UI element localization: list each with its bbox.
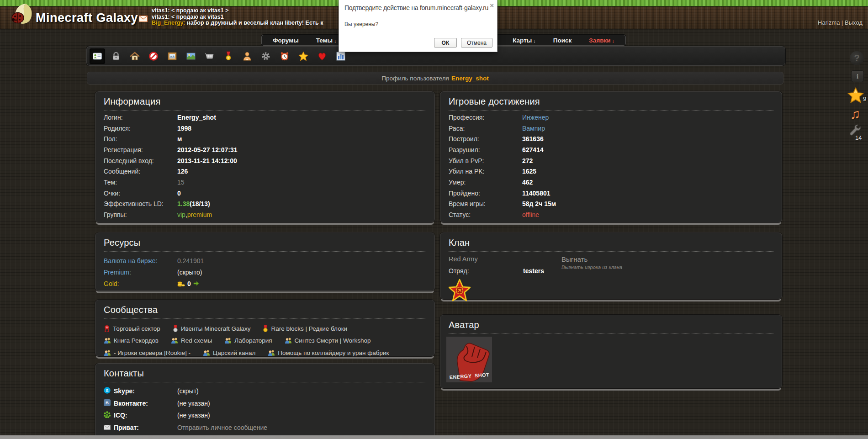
group-premium-link[interactable]: premium <box>187 211 212 218</box>
nav-item-topics[interactable]: Темы↓ <box>316 37 337 44</box>
ticker-author: Big_Energy: <box>152 20 185 26</box>
group-icon <box>268 349 275 356</box>
community-row: Книга Рекордов Red схемы Лаборатория Син… <box>104 335 426 347</box>
group-vip-link[interactable]: vip <box>177 211 185 218</box>
site-logo-icon[interactable] <box>10 3 34 26</box>
panel-title: Контакты <box>104 368 426 382</box>
community-link[interactable]: Книга Рекордов <box>104 337 159 344</box>
race-link[interactable]: Вампир <box>522 125 545 132</box>
music-note-icon[interactable]: ♫ <box>850 106 861 122</box>
user-icon[interactable] <box>239 48 255 64</box>
community-name: Rare blocks | Редкие блоки <box>271 325 347 332</box>
avatar: ENERGY_SHOT <box>446 337 492 382</box>
panel-title: Сообщества <box>104 305 426 319</box>
group-icon <box>104 337 111 344</box>
page-title-username[interactable]: Energy_shot <box>451 75 489 82</box>
row-label: Вконтакте: <box>114 400 148 407</box>
panel-title: Ресурсы <box>104 238 426 252</box>
picture-frame-icon[interactable] <box>164 48 180 64</box>
clan-kick-hint: Выгнать игрока из клана <box>561 264 622 270</box>
community-link[interactable]: Царский канал <box>203 349 255 356</box>
community-link[interactable]: Rare blocks | Редкие блоки <box>263 325 347 332</box>
row-value: 2012-05-27 12:07:31 <box>177 146 238 153</box>
gear-icon[interactable] <box>258 48 274 64</box>
row-label: ICQ: <box>114 412 127 419</box>
community-name: Ивенты Minecraft Galaxy <box>181 325 251 332</box>
medal-gold-icon <box>263 325 268 332</box>
community-link[interactable]: Red схемы <box>171 337 212 344</box>
site-title[interactable]: Minecraft Galaxy <box>36 11 138 25</box>
community-rows: Торговый сектор Ивенты Minecraft Galaxy … <box>104 323 426 359</box>
page-title-bar: Профиль пользователя Energy_shot <box>87 72 783 85</box>
photo-icon[interactable] <box>183 48 199 64</box>
group-icon <box>171 337 178 344</box>
community-row: Торговый сектор Ивенты Minecraft Galaxy … <box>104 323 426 335</box>
community-link[interactable]: Ивенты Minecraft Galaxy <box>173 325 251 332</box>
premium-link[interactable]: Premium: <box>104 269 177 276</box>
table-row: Разрушил:627414 <box>449 144 773 155</box>
arrow-right-icon[interactable] <box>193 281 199 286</box>
exchange-currency-link[interactable]: Валюта на бирже: <box>104 257 177 264</box>
nav-item-forums[interactable]: Форумы <box>273 37 299 44</box>
panel-title: Игровые достижения <box>449 96 773 111</box>
info-icon[interactable]: i <box>851 70 864 82</box>
nav-item-applications[interactable]: Заявки↓ <box>589 37 614 44</box>
panel-title: Аватар <box>449 320 773 334</box>
medal-icon[interactable] <box>221 48 236 64</box>
panel-title: Клан <box>449 238 773 252</box>
profession-link[interactable]: Инженер <box>522 114 549 121</box>
page-title-prefix: Профиль пользователя <box>381 75 449 82</box>
row-label: Пол: <box>104 135 177 143</box>
vk-icon: В <box>104 399 111 407</box>
profile-card-icon[interactable] <box>90 48 105 64</box>
nav-item-maps[interactable]: Карты↓ <box>513 37 536 44</box>
clan-kick-block: Выгнать Выгнать игрока из клана <box>561 255 622 270</box>
nav-item-search[interactable]: Поиск <box>553 37 572 44</box>
table-row: Пройдено:11405801 <box>449 188 773 199</box>
ok-button[interactable]: ОК <box>434 38 457 48</box>
star-icon[interactable] <box>296 48 311 64</box>
home-icon[interactable] <box>127 48 143 64</box>
group-icon <box>285 337 292 344</box>
row-label: Последний вход: <box>104 157 177 164</box>
favorites-star-icon[interactable] <box>847 87 864 105</box>
cart-icon[interactable] <box>202 48 217 64</box>
clan-kick-link[interactable]: Выгнать <box>561 255 587 263</box>
community-link[interactable]: Синтез Смерти | Workshop <box>285 337 371 344</box>
chevron-down-icon: ↓ <box>533 38 536 43</box>
community-link[interactable]: Торговый сектор <box>104 325 160 332</box>
dialog-message: Вы уверены? <box>344 21 378 27</box>
table-row: Раса:Вампир <box>449 123 773 134</box>
table-row: Логин:Energy_shot <box>104 112 426 123</box>
ticker-author: vitas1: <box>152 14 170 20</box>
close-icon[interactable]: × <box>490 2 494 9</box>
send-private-message-link[interactable]: Отправить личное сообщение <box>177 424 267 431</box>
row-value: 126 <box>177 168 188 175</box>
help-icon[interactable]: ? <box>850 51 864 65</box>
lock-icon[interactable] <box>108 48 124 64</box>
community-link[interactable]: Помощь по коллайдеру и уран фабрик <box>268 349 389 356</box>
community-link[interactable]: - Игроки сервера [Rookie] - <box>104 349 191 356</box>
community-name: Лаборатория <box>234 337 272 344</box>
row-value: 361636 <box>522 135 544 143</box>
confirm-dialog: Подтвердите действие на forum.minecraft-… <box>339 0 498 52</box>
community-name: Книга Рекордов <box>114 337 159 344</box>
nav-label: Темы <box>316 37 333 44</box>
row-label: Отряд: <box>449 267 523 275</box>
gold-link[interactable]: Gold: <box>104 280 177 287</box>
current-user-link[interactable]: Harizma <box>818 19 840 26</box>
alarm-clock-icon[interactable] <box>277 48 292 64</box>
envelope-icon <box>104 424 111 431</box>
logout-link[interactable]: Выход <box>845 19 863 26</box>
block-icon[interactable] <box>146 48 161 64</box>
row-value: 1998 <box>177 125 191 132</box>
cancel-button[interactable]: Отмена <box>461 38 492 48</box>
row-value: Energy_shot <box>177 114 216 121</box>
efficiency-value: 1.38 <box>177 200 190 207</box>
heart-icon[interactable] <box>314 48 330 64</box>
row-label: Группы: <box>104 211 177 218</box>
community-link[interactable]: Лаборатория <box>224 337 272 344</box>
clan-emblem-soviet-star-icon[interactable] <box>449 278 773 305</box>
fist-avatar-image: ENERGY_SHOT <box>446 337 492 382</box>
table-row: Регистрация:2012-05-27 12:07:31 <box>104 144 426 155</box>
